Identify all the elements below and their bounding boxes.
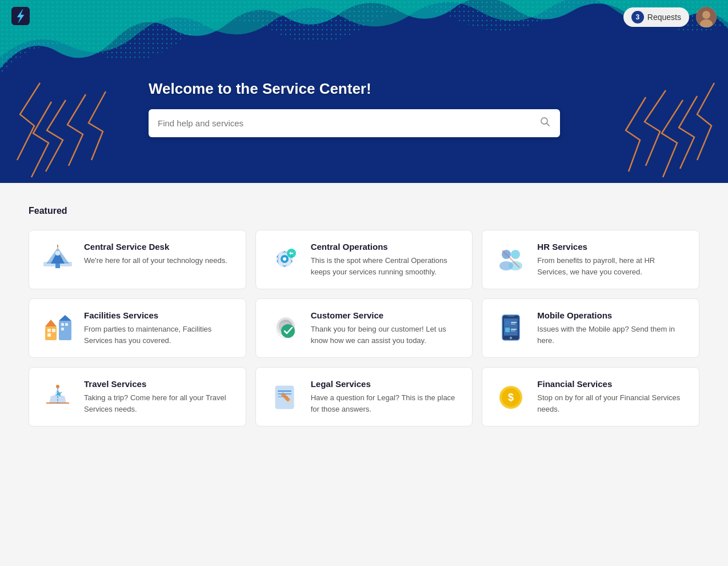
facilities-services-icon bbox=[41, 310, 75, 345]
nav-right-area: 3 Requests bbox=[623, 7, 717, 27]
app-logo bbox=[11, 7, 30, 27]
central-service-desk-description: We're here for all of your technology ne… bbox=[84, 255, 234, 266]
hr-services-description: From benefits to payroll, here at HR Ser… bbox=[537, 255, 687, 277]
mobile-operations-icon bbox=[494, 310, 528, 345]
legal-services-icon bbox=[267, 379, 302, 413]
financial-services-icon: $ bbox=[494, 379, 528, 413]
svg-point-17 bbox=[283, 257, 286, 261]
search-bar[interactable] bbox=[149, 109, 560, 137]
svg-rect-30 bbox=[61, 323, 64, 326]
svg-rect-48 bbox=[511, 330, 515, 332]
customer-service-text: Customer Service Thank you for being our… bbox=[311, 310, 461, 346]
travel-services-description: Taking a trip? Come here for all your Tr… bbox=[84, 392, 234, 414]
requests-label: Requests bbox=[647, 13, 681, 22]
central-operations-description: This is the spot where Central Operation… bbox=[311, 255, 461, 277]
svg-rect-45 bbox=[511, 324, 515, 325]
search-input[interactable] bbox=[158, 118, 539, 128]
mobile-operations-description: Issues with the Mobile app? Send them in… bbox=[537, 324, 687, 346]
facilities-services-text: Facilities Services From parties to main… bbox=[84, 310, 234, 346]
customer-service-description: Thank you for being our customer! Let us… bbox=[311, 324, 461, 346]
svg-marker-28 bbox=[45, 320, 57, 326]
financial-services-text: Financial Services Stop on by for all of… bbox=[537, 379, 687, 414]
svg-point-20 bbox=[511, 250, 520, 259]
svg-rect-47 bbox=[511, 329, 517, 330]
svg-line-8 bbox=[547, 123, 550, 126]
hr-services-icon bbox=[494, 242, 528, 276]
svg-point-41 bbox=[510, 337, 512, 339]
travel-services-icon bbox=[41, 379, 75, 413]
travel-services-title: Travel Services bbox=[84, 379, 234, 389]
svg-rect-43 bbox=[505, 321, 510, 325]
svg-rect-31 bbox=[65, 323, 68, 326]
requests-count-badge: 3 bbox=[631, 11, 644, 23]
svg-point-5 bbox=[702, 11, 710, 19]
svg-rect-42 bbox=[507, 316, 514, 317]
travel-services-text: Travel Services Taking a trip? Come here… bbox=[84, 379, 234, 414]
service-card-financial-services[interactable]: $ Financial Services Stop on by for all … bbox=[482, 367, 699, 427]
financial-services-title: Financial Services bbox=[537, 379, 687, 389]
svg-marker-33 bbox=[59, 315, 71, 321]
svg-point-49 bbox=[56, 385, 59, 388]
svg-rect-51 bbox=[278, 390, 291, 392]
hr-services-text: HR Services From benefits to payroll, he… bbox=[537, 242, 687, 277]
legal-services-title: Legal Services bbox=[311, 379, 461, 389]
svg-point-22 bbox=[509, 261, 522, 270]
central-service-desk-text: Central Service Desk We're here for all … bbox=[84, 242, 234, 266]
requests-button[interactable]: 3 Requests bbox=[623, 7, 689, 27]
search-icon bbox=[539, 116, 551, 130]
svg-rect-32 bbox=[61, 328, 64, 330]
user-avatar[interactable] bbox=[696, 7, 717, 27]
service-cards-grid: Central Service Desk We're here for all … bbox=[29, 230, 699, 427]
hero-section: 3 Requests Welcome to the Service Center… bbox=[0, 0, 728, 183]
service-card-central-service-desk[interactable]: Central Service Desk We're here for all … bbox=[29, 230, 246, 289]
svg-rect-24 bbox=[45, 326, 57, 340]
svg-rect-46 bbox=[505, 328, 510, 332]
central-service-desk-icon bbox=[41, 242, 75, 276]
central-operations-icon bbox=[267, 242, 302, 276]
legal-services-text: Legal Services Have a question for Legal… bbox=[311, 379, 461, 414]
svg-rect-27 bbox=[47, 333, 51, 337]
legal-services-description: Have a question for Legal? This is the p… bbox=[311, 392, 461, 414]
svg-text:$: $ bbox=[508, 392, 514, 403]
service-card-mobile-operations[interactable]: Mobile Operations Issues with the Mobile… bbox=[482, 298, 699, 358]
facilities-services-description: From parties to maintenance, Facilities … bbox=[84, 324, 234, 346]
svg-rect-25 bbox=[47, 329, 51, 332]
service-card-travel-services[interactable]: Travel Services Taking a trip? Come here… bbox=[29, 367, 246, 427]
customer-service-icon bbox=[267, 310, 302, 345]
facilities-services-title: Facilities Services bbox=[84, 310, 234, 320]
central-operations-text: Central Operations This is the spot wher… bbox=[311, 242, 461, 277]
svg-rect-12 bbox=[55, 264, 60, 268]
service-card-legal-services[interactable]: Legal Services Have a question for Legal… bbox=[255, 367, 473, 427]
hero-title: Welcome to the Service Center! bbox=[149, 80, 728, 98]
mobile-operations-title: Mobile Operations bbox=[537, 310, 687, 320]
avatar-face bbox=[696, 7, 717, 27]
service-card-facilities-services[interactable]: Facilities Services From parties to main… bbox=[29, 298, 246, 358]
svg-rect-44 bbox=[511, 322, 517, 323]
financial-services-description: Stop on by for all of your Financial Ser… bbox=[537, 392, 687, 414]
service-card-customer-service[interactable]: Customer Service Thank you for being our… bbox=[255, 298, 473, 358]
service-card-central-operations[interactable]: Central Operations This is the spot wher… bbox=[255, 230, 473, 289]
top-navigation: 3 Requests bbox=[0, 0, 728, 34]
central-service-desk-title: Central Service Desk bbox=[84, 242, 234, 252]
featured-section-title: Featured bbox=[29, 206, 699, 216]
mobile-operations-text: Mobile Operations Issues with the Mobile… bbox=[537, 310, 687, 346]
svg-rect-26 bbox=[52, 329, 55, 332]
main-content: Featured Central Service Desk We're here… bbox=[0, 183, 728, 449]
customer-service-title: Customer Service bbox=[311, 310, 461, 320]
service-card-hr-services[interactable]: HR Services From benefits to payroll, he… bbox=[482, 230, 699, 289]
central-operations-title: Central Operations bbox=[311, 242, 461, 252]
hr-services-title: HR Services bbox=[537, 242, 687, 252]
svg-point-13 bbox=[55, 251, 60, 256]
